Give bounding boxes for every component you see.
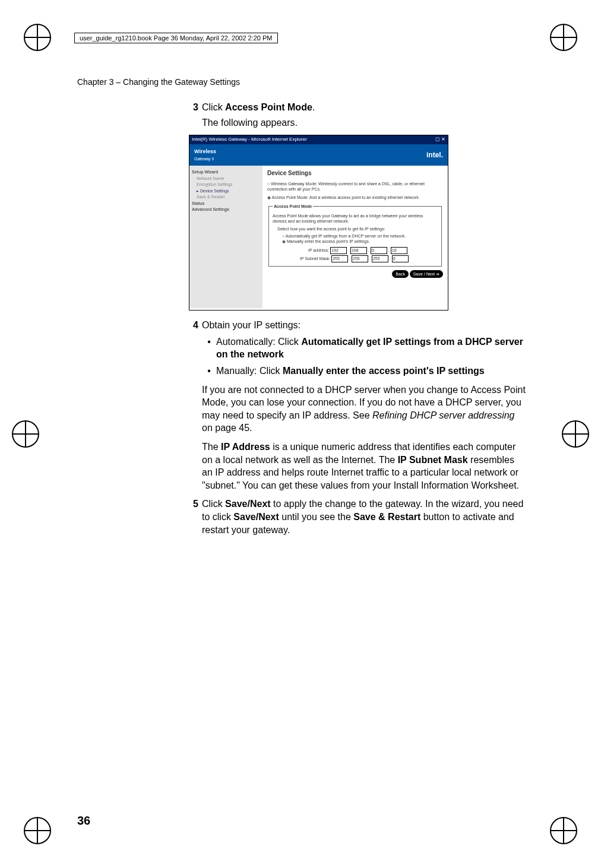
text-bold: Save & Restart [353,512,420,522]
brand-name: WirelessGateway II [194,148,216,162]
text: Wireless Gateway Mode: Wirelessly connec… [267,182,425,191]
text-bold: IP Address [221,442,270,452]
sidebar: Setup Wizard Network Name Encryption Set… [189,166,262,308]
registration-mark-icon [550,24,577,51]
text: Manually: Click Manually enter the acces… [216,365,485,378]
text: Click [202,102,225,112]
sidebar-sub-item: Network Name [192,176,260,182]
bullet-icon: • [202,335,216,361]
text: Automatically: Click Automatically get I… [216,335,526,361]
ip-octet-input[interactable]: 0 [371,247,387,254]
step-text: Click Save/Next to apply the change to t… [202,498,526,536]
window-title: Intel(R) Wireless Gateway - Microsoft In… [192,137,307,143]
bullet-list: • Automatically: Click Automatically get… [202,335,526,378]
registration-mark-icon [24,817,51,844]
registration-mark-icon [12,420,39,448]
step-text: Click Access Point Mode. [202,101,526,114]
text: Automatically: Click [216,337,301,347]
fieldset: Access Point Mode Access Point Mode allo… [268,204,442,267]
text: until you see the [279,512,353,522]
embedded-screenshot: Intel(R) Wireless Gateway - Microsoft In… [189,135,448,311]
text: Manually enter the access point's IP set… [287,239,370,243]
sidebar-sub-item-active: ▸ Device Settings [192,188,260,195]
list-item: • Automatically: Click Automatically get… [202,335,526,361]
brand-bar: WirelessGateway II intel. [189,144,448,166]
text-bold: Manually enter the access point's IP set… [283,366,485,376]
brand-logo: intel. [426,150,443,160]
registration-mark-icon [24,24,51,51]
text: Access Point Mode allows your Gateway to… [273,213,438,224]
text: . [312,102,315,112]
step-number: 5 [184,498,198,536]
registration-mark-icon [550,817,577,844]
ip-label: IP address: [308,248,329,252]
text-bold: IP Subnet Mask [398,455,468,465]
page-number: 36 [77,814,90,828]
radio-option-selected: ◉ Access Point Mode: Add a wireless acce… [267,195,443,200]
paragraph: The IP Address is a unique numeric addre… [202,441,526,492]
radio-option-selected: ◉ Manually enter the access point's IP s… [282,239,438,244]
sidebar-item: Setup Wizard [192,169,260,176]
back-button[interactable]: Back [392,270,409,278]
text: Click [202,499,225,509]
text: on page 45. [202,423,252,433]
panel-title: Device Settings [267,169,443,178]
registration-mark-icon [562,420,589,448]
text-bold: Save/Next [233,512,279,522]
text-bold: Save/Next [225,499,271,509]
step-4: 4 Obtain your IP settings: [184,319,526,332]
step-text: Obtain your IP settings: [202,319,526,332]
radio-option: ○ Wireless Gateway Mode: Wirelessly conn… [267,181,443,192]
bullet-icon: • [202,365,216,378]
sidebar-item: Advanced Settings [192,207,260,213]
mask-octet-input[interactable]: 0 [392,255,409,262]
step-number: 4 [184,319,198,332]
sidebar-sub-item: Encryption Settings [192,182,260,188]
doc-header: user_guide_rg1210.book Page 36 Monday, A… [74,33,278,43]
panel-main: Device Settings ○ Wireless Gateway Mode:… [262,166,448,308]
subnet-row: IP Subnet Mask: 255 . 255 . 255 . 0 [300,255,438,262]
paragraph: If you are not connected to a DHCP serve… [202,384,526,435]
text: Select how you want the access point to … [277,226,438,232]
chapter-heading: Chapter 3 – Changing the Gateway Setting… [77,77,240,87]
step-5: 5 Click Save/Next to apply the change to… [184,498,526,536]
ip-octet-input[interactable]: 168 [350,247,367,254]
list-item: • Manually: Click Manually enter the acc… [202,365,526,378]
step-number: 3 [184,101,198,114]
sidebar-sub-item: Save & Restart [192,194,260,201]
mask-octet-input[interactable]: 255 [331,255,348,262]
radio-option: ○ Automatically get IP settings from a D… [282,233,438,239]
main-content: 3 Click Access Point Mode. The following… [184,101,526,538]
step-subtext: The following appears. [202,116,526,129]
mask-octet-input[interactable]: 255 [352,255,368,262]
ip-address-row: IP address: 192 . 168 . 0 . 10 [308,247,438,254]
text: The [202,442,221,452]
mask-label: IP Subnet Mask: [300,256,330,261]
text: Device Settings [200,189,229,193]
text: Automatically get IP settings from a DHC… [286,234,406,238]
window-controls-icon: ▢ ✕ [435,137,445,143]
fieldset-legend: Access Point Mode [273,204,313,209]
mask-octet-input[interactable]: 255 [372,255,388,262]
text: Wireless [194,148,216,154]
ip-octet-input[interactable]: 192 [330,247,347,254]
ip-octet-input[interactable]: 10 [391,247,407,254]
text: Manually: Click [216,366,283,376]
save-next-button[interactable]: Save / Next ➔ [410,270,443,278]
step-3: 3 Click Access Point Mode. [184,101,526,114]
text: Gateway II [194,157,214,161]
sidebar-item: Status [192,201,260,207]
window-titlebar: Intel(R) Wireless Gateway - Microsoft In… [189,135,448,144]
text: Access Point Mode: Add a wireless access… [272,195,420,199]
text-bold: Access Point Mode [225,102,312,112]
text-italic: Refining DHCP server addressing [372,410,515,420]
